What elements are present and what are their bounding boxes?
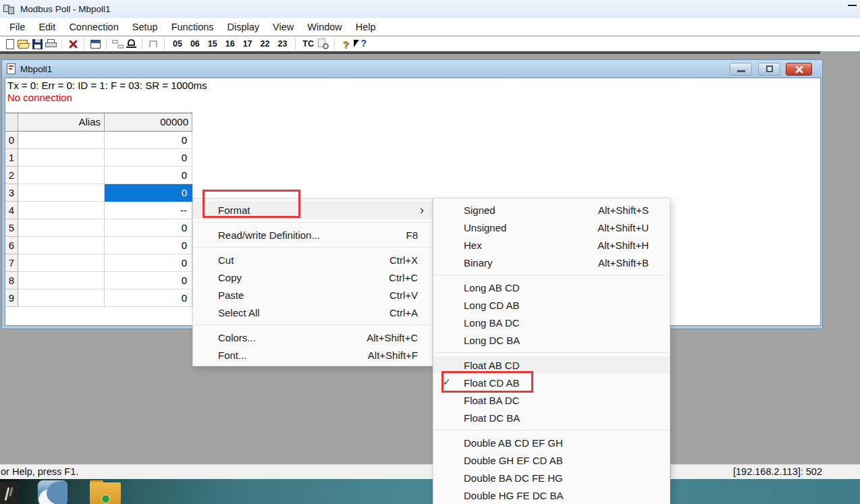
taskbar-icon-folder[interactable]	[90, 480, 121, 504]
menu-setup[interactable]: Setup	[126, 22, 165, 32]
function-22-button[interactable]: 22	[257, 37, 273, 51]
table-row: 4 --	[5, 202, 192, 219]
value-cell[interactable]: 0	[105, 167, 192, 184]
app-icon[interactable]	[3, 4, 16, 15]
alias-cell[interactable]	[18, 184, 105, 202]
submenu-item-long-ba-dc[interactable]: Long BA DC	[433, 314, 670, 331]
read-write-definition-button[interactable]	[89, 37, 101, 51]
submenu-item-float-ba-dc[interactable]: Float BA DC	[433, 391, 670, 409]
child-titlebar[interactable]: Mbpoll1	[2, 60, 822, 78]
new-file-button[interactable]	[4, 37, 16, 51]
submenu-item-float-dc-ba[interactable]: Float DC BA	[433, 409, 670, 426]
submenu-item-long-ab-cd[interactable]: Long AB CD	[433, 279, 670, 296]
context-help-button[interactable]: ?	[353, 37, 367, 51]
submenu-item-double-gh-ef-cd-ab[interactable]: Double GH EF CD AB	[433, 451, 670, 469]
submenu-item-float-cd-ab[interactable]: ✓ Float CD AB	[433, 374, 670, 391]
function-05-button[interactable]: 05	[169, 37, 186, 51]
alias-cell[interactable]	[18, 167, 105, 184]
taskbar-icon-dark-app[interactable]	[0, 482, 19, 504]
alias-cell[interactable]	[18, 202, 105, 219]
about-button[interactable]: ?	[340, 37, 352, 51]
menu-display[interactable]: Display	[221, 22, 267, 32]
alias-cell[interactable]	[18, 219, 105, 237]
taskbar-icon-blue-app[interactable]	[37, 480, 68, 504]
submenu-item-double-hg-fe-dc-ba[interactable]: Double HG FE DC BA	[433, 486, 670, 504]
alias-cell[interactable]	[18, 289, 105, 307]
row-header[interactable]: 8	[5, 272, 18, 289]
communication-button[interactable]	[111, 37, 124, 51]
selected-value-cell[interactable]: 0	[105, 184, 192, 202]
row-header[interactable]: 1	[5, 149, 18, 167]
alias-cell[interactable]	[18, 132, 105, 149]
value-cell[interactable]: 0	[105, 149, 192, 167]
document-icon[interactable]	[7, 63, 16, 74]
value-column-header[interactable]: 00000	[105, 113, 192, 132]
submenu-item-hex[interactable]: Hex Alt+Shift+H	[433, 236, 670, 254]
submenu-item-binary[interactable]: Binary Alt+Shift+B	[433, 254, 670, 271]
value-cell[interactable]: 0	[105, 237, 192, 254]
submenu-item-unsigned[interactable]: Unsigned Alt+Shift+U	[433, 219, 670, 236]
row-header[interactable]: 5	[5, 219, 18, 237]
child-maximize-button[interactable]	[758, 63, 780, 76]
value-cell[interactable]: 0	[105, 219, 192, 237]
submenu-item-signed[interactable]: Signed Alt+Shift+S	[433, 201, 670, 219]
menu-item-select-all[interactable]: Select All Ctrl+A	[193, 304, 432, 321]
submenu-item-float-ab-cd[interactable]: Float AB CD	[433, 356, 670, 374]
value-cell[interactable]: 0	[105, 289, 192, 307]
menu-item-paste[interactable]: Paste Ctrl+V	[193, 286, 432, 304]
value-cell[interactable]: 0	[105, 132, 192, 149]
menu-item-font[interactable]: Font... Alt+Shift+F	[193, 346, 432, 364]
alias-column-header[interactable]: Alias	[18, 113, 105, 132]
zoom-button[interactable]	[317, 37, 329, 51]
minimize-icon[interactable]	[848, 5, 857, 6]
menu-item-read-write-definition[interactable]: Read/write Definition... F8	[193, 226, 432, 244]
submenu-item-long-cd-ab[interactable]: Long CD AB	[433, 296, 670, 314]
row-header[interactable]: 6	[5, 237, 18, 254]
menu-item-colors[interactable]: Colors... Alt+Shift+C	[193, 329, 432, 346]
function-17-button[interactable]: 17	[240, 37, 256, 51]
row-header[interactable]: 4	[5, 202, 18, 219]
row-header[interactable]: 9	[5, 289, 18, 307]
alias-cell[interactable]	[18, 149, 105, 167]
row-header[interactable]: 3	[5, 184, 18, 202]
cancel-button[interactable]	[67, 37, 79, 51]
alarm-button[interactable]	[125, 37, 137, 51]
function-16-button[interactable]: 16	[222, 37, 238, 51]
menu-window[interactable]: Window	[300, 22, 349, 32]
row-header[interactable]: 2	[5, 167, 18, 184]
function-15-button[interactable]: 15	[205, 37, 221, 51]
child-close-button[interactable]	[786, 63, 812, 76]
row-header[interactable]: 7	[5, 254, 18, 272]
alias-cell[interactable]	[18, 237, 105, 254]
value-cell[interactable]: 0	[105, 254, 192, 272]
menu-edit[interactable]: Edit	[32, 22, 62, 32]
test-center-button[interactable]: TC	[300, 37, 316, 51]
child-minimize-button[interactable]	[730, 63, 752, 76]
alias-cell[interactable]	[18, 272, 105, 289]
pulse-button[interactable]	[147, 37, 159, 51]
submenu-item-double-ab-cd-ef-gh[interactable]: Double AB CD EF GH	[433, 434, 670, 451]
menu-connection[interactable]: Connection	[62, 22, 125, 32]
open-file-button[interactable]	[18, 37, 30, 51]
value-cell[interactable]: --	[105, 202, 192, 219]
menu-functions[interactable]: Functions	[165, 22, 221, 32]
statusbar-help-text: or Help, press F1.	[1, 466, 78, 477]
menu-item-format[interactable]: Format ›	[193, 201, 432, 219]
menu-item-cut[interactable]: Cut Ctrl+X	[193, 251, 432, 269]
submenu-item-double-ba-dc-fe-hg[interactable]: Double BA DC FE HG	[433, 469, 670, 486]
alias-cell[interactable]	[18, 254, 105, 272]
menu-view[interactable]: View	[266, 22, 300, 32]
print-button[interactable]	[45, 37, 57, 51]
table-row: 1 0	[5, 149, 192, 167]
submenu-item-long-dc-ba[interactable]: Long DC BA	[433, 331, 670, 349]
menu-file[interactable]: File	[3, 22, 32, 32]
save-button[interactable]	[31, 37, 43, 51]
row-header[interactable]: 0	[5, 132, 18, 149]
function-23-button[interactable]: 23	[274, 37, 290, 51]
value-cell[interactable]: 0	[105, 272, 192, 289]
grid-corner-cell[interactable]	[5, 113, 18, 132]
function-06-button[interactable]: 06	[187, 37, 203, 51]
menu-help[interactable]: Help	[349, 22, 383, 32]
menu-item-copy[interactable]: Copy Ctrl+C	[193, 269, 432, 286]
toolbar-separator	[334, 38, 335, 50]
